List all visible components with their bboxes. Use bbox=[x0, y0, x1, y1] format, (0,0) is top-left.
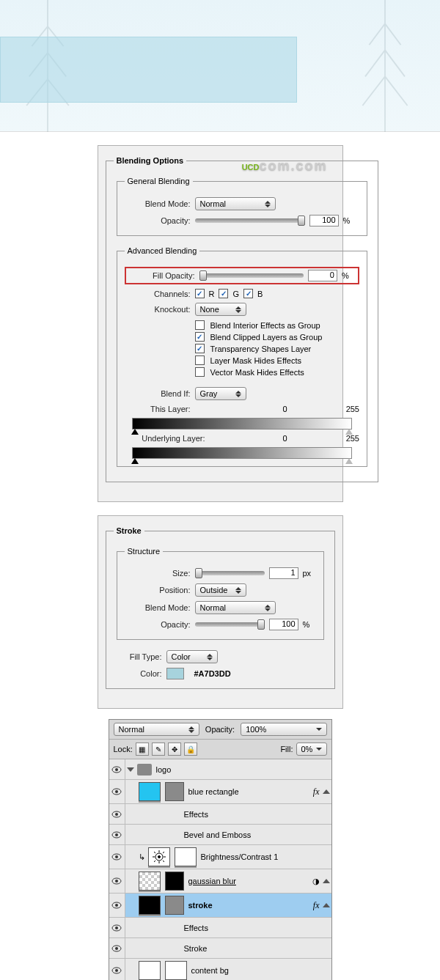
visibility-toggle[interactable] bbox=[109, 894, 125, 917]
layer-row-group[interactable]: logo bbox=[109, 759, 331, 780]
channel-g-checkbox[interactable]: ✓ bbox=[219, 289, 228, 298]
layer-name[interactable]: stroke bbox=[188, 901, 309, 910]
visibility-toggle[interactable] bbox=[109, 804, 125, 824]
layer-mask-thumb[interactable] bbox=[165, 896, 184, 915]
visibility-toggle[interactable] bbox=[109, 759, 125, 779]
svg-line-15 bbox=[154, 852, 155, 853]
fx-toggle-icon[interactable] bbox=[323, 879, 330, 883]
layer-mask-hides-checkbox[interactable] bbox=[195, 355, 205, 365]
this-layer-label: This Layer: bbox=[125, 405, 191, 413]
brightness-contrast-icon[interactable] bbox=[148, 847, 170, 866]
blend-mode-select[interactable]: Normal bbox=[195, 197, 276, 210]
underlying-layer-label: Underlying Layer: bbox=[125, 434, 205, 443]
opacity-slider[interactable] bbox=[195, 218, 305, 223]
stroke-size-input[interactable]: 1 bbox=[269, 567, 298, 579]
fx-toggle-icon[interactable] bbox=[323, 903, 330, 907]
visibility-toggle[interactable] bbox=[109, 869, 125, 893]
percent-suffix: % bbox=[343, 216, 356, 225]
fx-icon[interactable]: fx bbox=[313, 786, 320, 797]
effects-label: Effects bbox=[184, 924, 208, 932]
layer-name[interactable]: gaussian blur bbox=[188, 877, 308, 885]
layer-mask-thumb[interactable] bbox=[165, 961, 187, 980]
layer-thumb[interactable] bbox=[139, 961, 161, 980]
fill-opacity-label: Fill Opacity: bbox=[129, 271, 195, 280]
stroke-opacity-label: Opacity: bbox=[125, 620, 191, 629]
visibility-toggle[interactable] bbox=[109, 938, 125, 958]
layer-blend-mode-select[interactable]: Normal bbox=[114, 723, 199, 736]
visibility-toggle[interactable] bbox=[109, 825, 125, 844]
knockout-select[interactable]: None bbox=[195, 303, 246, 316]
visibility-toggle[interactable] bbox=[109, 845, 125, 869]
general-blending-fieldset: General Blending Blend Mode: Normal Opac… bbox=[117, 177, 367, 236]
fill-opacity-slider[interactable] bbox=[199, 273, 304, 278]
stroke-blend-mode-label: Blend Mode: bbox=[125, 603, 191, 612]
layer-opacity-select[interactable]: 100% bbox=[241, 723, 326, 736]
this-layer-gradient[interactable] bbox=[132, 418, 352, 430]
blending-options-legend: Blending Options bbox=[114, 156, 187, 165]
hero-overlay-rect bbox=[0, 37, 297, 103]
vector-mask-hides-checkbox[interactable] bbox=[195, 367, 205, 377]
layer-name[interactable]: blue rectangle bbox=[188, 787, 309, 796]
lock-all-icon[interactable]: 🔒 bbox=[184, 743, 197, 756]
layer-thumb[interactable] bbox=[139, 896, 161, 915]
layer-opacity-label: Opacity: bbox=[205, 725, 235, 734]
layer-name[interactable]: Brightness/Contrast 1 bbox=[201, 852, 329, 861]
effects-label: Effects bbox=[184, 810, 208, 819]
layer-row-adjustment[interactable]: ↳ Brightness/Contrast 1 bbox=[109, 845, 331, 869]
layer-effect-item[interactable]: Stroke bbox=[109, 938, 331, 959]
lock-brush-icon[interactable]: ✎ bbox=[152, 743, 165, 756]
blend-clipped-checkbox[interactable]: ✓ bbox=[195, 332, 205, 342]
layer-list: logo blue rectangle fx Effects Bevel and… bbox=[109, 759, 331, 980]
channel-b-checkbox[interactable]: ✓ bbox=[243, 289, 253, 298]
fill-opacity-input[interactable]: 0 bbox=[308, 270, 337, 281]
svg-point-10 bbox=[155, 853, 163, 861]
stroke-blend-mode-select[interactable]: Normal bbox=[195, 601, 276, 614]
layer-fill-select[interactable]: 0% bbox=[296, 743, 327, 756]
stroke-size-slider[interactable] bbox=[195, 571, 265, 575]
layer-mask-thumb[interactable] bbox=[175, 847, 197, 866]
channel-b-label: B bbox=[257, 290, 263, 298]
effect-name: Stroke bbox=[184, 944, 208, 953]
stroke-opacity-input[interactable]: 100 bbox=[269, 619, 298, 630]
lock-move-icon[interactable]: ✥ bbox=[168, 743, 181, 756]
layer-row[interactable]: stroke fx bbox=[109, 894, 331, 918]
percent-suffix: % bbox=[342, 271, 355, 280]
layer-thumb[interactable] bbox=[139, 872, 161, 891]
transparency-shapes-checkbox[interactable]: ✓ bbox=[195, 344, 205, 353]
layer-name[interactable]: logo bbox=[156, 765, 329, 774]
underlying-gradient[interactable] bbox=[132, 447, 352, 459]
chevron-down-icon bbox=[316, 724, 325, 734]
fx-toggle-icon[interactable] bbox=[323, 789, 330, 794]
layer-row[interactable]: blue rectangle fx bbox=[109, 780, 331, 804]
svg-point-9 bbox=[115, 855, 118, 858]
opacity-input[interactable]: 100 bbox=[309, 215, 339, 226]
blending-options-fieldset: Blending Options General Blending Blend … bbox=[106, 156, 378, 482]
disclosure-triangle-icon[interactable] bbox=[127, 767, 134, 772]
layer-row[interactable]: content bg bbox=[109, 959, 331, 980]
fill-type-select[interactable]: Color bbox=[166, 650, 218, 663]
layer-name[interactable]: content bg bbox=[191, 966, 329, 975]
blend-interior-label: Blend Interior Effects as Group bbox=[210, 321, 320, 330]
visibility-toggle[interactable] bbox=[109, 959, 125, 980]
fx-icon[interactable]: fx bbox=[313, 900, 320, 911]
svg-point-20 bbox=[115, 880, 118, 883]
layer-thumb[interactable] bbox=[139, 782, 161, 801]
lock-transparency-icon[interactable]: ▦ bbox=[136, 743, 149, 756]
stroke-position-select[interactable]: Outside bbox=[195, 583, 246, 597]
layer-row[interactable]: gaussian blur ◑ bbox=[109, 869, 331, 894]
svg-point-7 bbox=[115, 833, 118, 836]
layer-mask-thumb[interactable] bbox=[165, 872, 184, 891]
chevron-down-icon bbox=[316, 744, 325, 754]
visibility-toggle[interactable] bbox=[109, 918, 125, 937]
blend-interior-checkbox[interactable] bbox=[195, 320, 205, 330]
fill-opacity-row-highlight: Fill Opacity: 0 % bbox=[125, 267, 359, 284]
channel-r-checkbox[interactable]: ✓ bbox=[195, 289, 205, 298]
visibility-toggle[interactable] bbox=[109, 780, 125, 803]
stroke-color-swatch[interactable] bbox=[166, 668, 184, 679]
layer-mask-thumb[interactable] bbox=[165, 782, 184, 801]
layer-effect-item[interactable]: Bevel and Emboss bbox=[109, 825, 331, 845]
stroke-opacity-slider[interactable] bbox=[195, 622, 265, 627]
stroke-size-label: Size: bbox=[125, 569, 191, 578]
layer-mask-hides-label: Layer Mask Hides Effects bbox=[210, 356, 302, 365]
blend-if-select[interactable]: Gray bbox=[195, 387, 246, 400]
